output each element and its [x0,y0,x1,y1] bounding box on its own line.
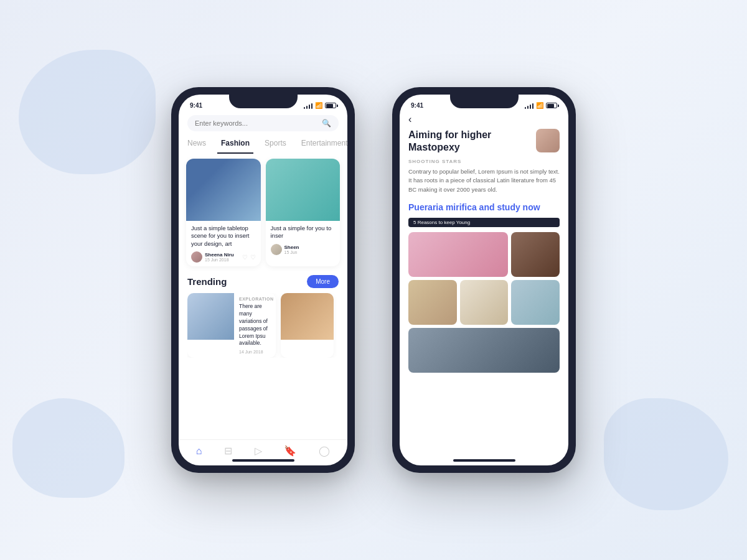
search-input[interactable] [195,119,318,127]
article-1-title: Just a simple tabletop scene for you to … [191,225,256,248]
article-card-1[interactable]: Just a simple tabletop scene for you to … [186,159,261,266]
article-2-author: Sheen [284,245,336,250]
p2-signal-icon [525,103,534,109]
article-2-title: Just a simple for you to inser [271,225,336,240]
phone-1: 9:41 📶 🔍 News [171,87,355,473]
trending-1-category: EXPLORATION [239,297,274,301]
detail-subtitle: SHOOTING STARS [408,159,560,164]
phone-2-content: ‹ Aiming for higher Mastopexy SHOOTING S… [400,111,568,465]
trending-1-body: EXPLORATION There are many variations of… [234,293,276,358]
detail-description: Contrary to popular belief, Lorem Ipsum … [408,167,560,194]
category-tabs: News Fashion Sports Entertainment [179,136,347,154]
bg-blob-3 [604,398,728,510]
p2-battery-icon [546,103,557,108]
trending-list: EXPLORATION There are many variations of… [187,293,339,358]
article-1-author: Sheena Niru [205,252,240,258]
wifi-icon: 📶 [315,102,322,109]
detail-avatar [536,129,560,152]
phone-2-notch [450,95,519,108]
signal-icon [304,103,313,109]
article-1-date: 15 Jun 2018 [205,258,240,262]
trending-1-image [187,293,234,340]
trending-1-date: 14 Jun 2018 [239,350,274,354]
article-2-image [266,159,341,221]
like-icon[interactable]: ♡ [250,254,256,261]
bookmark-icon[interactable]: ♡ [242,254,248,261]
trending-header: Trending More [187,275,339,288]
detail-title: Aiming for higher Mastopexy [408,129,536,154]
article-1-body: Just a simple tabletop scene for you to … [186,221,261,266]
article-2-avatar [271,244,282,255]
photo-4[interactable] [460,280,509,325]
more-button[interactable]: More [307,275,339,288]
trending-item-1[interactable]: EXPLORATION There are many variations of… [187,293,276,358]
tab-news[interactable]: News [184,136,210,154]
nav-home-icon[interactable]: ⌂ [196,446,202,457]
phone-1-content: 🔍 News Fashion Sports Entertainment Just… [179,111,347,465]
article-card-2[interactable]: Just a simple for you to inser Sheen 15 … [266,159,341,266]
article-2-author-block: Sheen 15 Jun [284,245,336,254]
photo-3[interactable] [408,280,457,325]
bg-blob-2 [12,398,125,498]
phone-2-time: 9:41 [411,102,423,109]
articles-row: Just a simple tabletop scene for you to … [179,154,347,271]
phone-1-status-icons: 📶 [304,102,337,109]
phone-1-notch [229,95,298,108]
nav-bookmark-icon[interactable]: 🔖 [284,445,296,457]
phone-2-status-icons: 📶 [525,102,558,109]
trending-title: Trending [187,276,227,287]
tab-fashion[interactable]: Fashion [217,136,253,154]
nav-book-icon[interactable]: ⊟ [224,445,232,457]
trending-1-text: There are many variations of passages of… [239,303,274,347]
trending-2-image [281,293,334,340]
nav-user-icon[interactable]: ◯ [319,445,330,457]
back-button[interactable]: ‹ [408,111,560,129]
detail-header: Aiming for higher Mastopexy [408,129,560,154]
photo-grid-row1 [408,232,560,277]
article-2-meta: Sheen 15 Jun [271,244,336,255]
photo-6-full[interactable] [408,328,560,373]
photo-grid-row2 [408,280,560,325]
battery-icon [325,103,336,108]
photo-5[interactable] [511,280,560,325]
phone-1-time: 9:41 [190,102,202,109]
article-1-avatar [191,251,202,263]
tab-sports[interactable]: Sports [261,136,290,154]
tag-badge: 5 Reasons to keep Young [408,218,560,227]
p2-home-indicator [453,459,515,462]
phone-1-screen: 9:41 📶 🔍 News [179,95,347,465]
article-1-actions: ♡ ♡ [242,254,256,261]
bg-blob-1 [19,50,156,174]
article-1-meta: Sheena Niru 15 Jun 2018 ♡ ♡ [191,251,256,263]
nav-play-icon[interactable]: ▷ [255,445,262,457]
article-2-date: 15 Jun [284,250,336,254]
home-indicator [232,459,294,462]
article-2-body: Just a simple for you to inser Sheen 15 … [266,221,341,259]
search-icon: 🔍 [322,119,331,128]
search-bar[interactable]: 🔍 [187,115,339,131]
article-1-image [186,159,261,221]
photo-2[interactable] [511,232,560,277]
section-title: Pueraria mirifica and study now [408,202,560,213]
trending-item-2[interactable] [281,293,334,358]
phone-2-screen: 9:41 📶 ‹ Aiming for higher Mastopexy [400,95,568,465]
trending-section: Trending More EXPLORATION There are many… [179,271,347,360]
phone-2: 9:41 📶 ‹ Aiming for higher Mastopexy [392,87,576,473]
tab-entertainment[interactable]: Entertainment [298,136,347,154]
article-1-author-block: Sheena Niru 15 Jun 2018 [205,252,240,262]
p2-wifi-icon: 📶 [536,102,543,109]
photo-1[interactable] [408,232,508,277]
